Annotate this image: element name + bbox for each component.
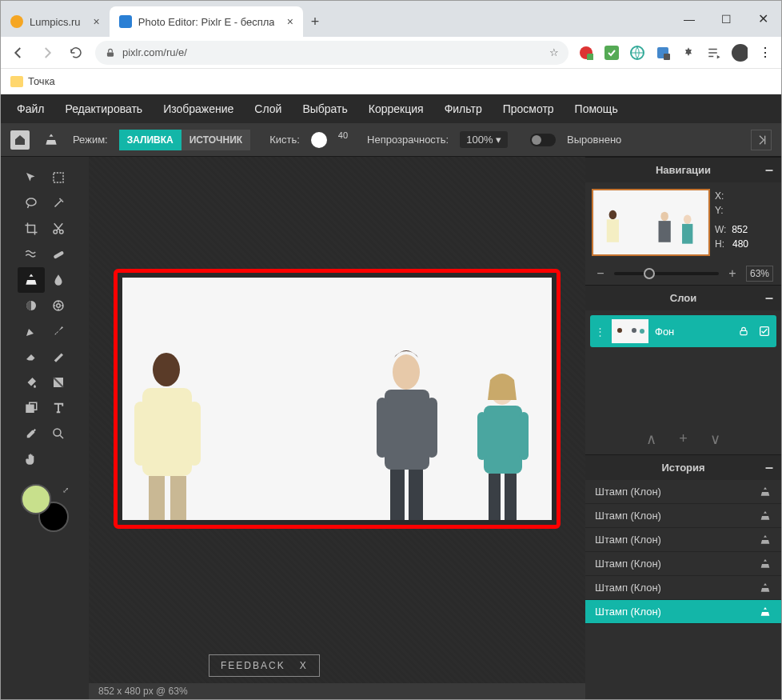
svg-rect-25 xyxy=(170,476,186,520)
svg-rect-0 xyxy=(107,52,114,56)
history-item[interactable]: Штамп (Клон) xyxy=(585,552,781,576)
folder-icon xyxy=(10,76,23,87)
tool-brush[interactable] xyxy=(45,318,72,344)
collapse-icon[interactable]: – xyxy=(765,162,773,178)
ext-icon[interactable] xyxy=(578,45,594,61)
zoom-in-button[interactable]: + xyxy=(725,266,740,281)
tool-dodge[interactable] xyxy=(18,293,45,318)
layer-down-button[interactable]: ∨ xyxy=(710,430,720,448)
lock-icon[interactable] xyxy=(736,324,751,338)
opacity-value[interactable]: 100% ▾ xyxy=(460,131,508,148)
bookmark[interactable]: Точка xyxy=(28,75,55,87)
tool-fill[interactable] xyxy=(18,370,45,395)
history-item-active[interactable]: Штамп (Клон) xyxy=(585,600,781,624)
menu-filter[interactable]: Фильтр xyxy=(445,102,482,115)
panel-history-header[interactable]: История – xyxy=(585,454,781,480)
window-minimize-button[interactable]: — xyxy=(671,1,708,37)
menu-select[interactable]: Выбрать xyxy=(302,102,347,115)
canvas[interactable] xyxy=(122,278,552,520)
tool-clone-stamp[interactable] xyxy=(18,267,45,293)
feedback-close[interactable]: X xyxy=(300,660,308,671)
tool-eyedropper[interactable] xyxy=(18,421,45,446)
brush-size[interactable]: 40 xyxy=(338,130,348,140)
new-tab-button[interactable]: + xyxy=(303,6,327,37)
nav-reload-button[interactable] xyxy=(66,43,86,62)
tool-pen[interactable] xyxy=(18,318,45,344)
ext-icon[interactable] xyxy=(604,45,620,61)
nav-forward-button[interactable] xyxy=(38,43,57,62)
menu-adjust[interactable]: Коррекция xyxy=(369,102,424,115)
history-item[interactable]: Штамп (Клон) xyxy=(585,480,781,504)
tool-heal[interactable] xyxy=(45,242,72,267)
tab-title: Lumpics.ru xyxy=(30,16,81,28)
tab-close-icon[interactable]: × xyxy=(287,15,293,28)
menu-edit[interactable]: Редактировать xyxy=(65,102,142,115)
panel-layers-header[interactable]: Слои – xyxy=(585,285,781,310)
menu-icon[interactable]: ⋮ xyxy=(757,45,773,61)
tool-sponge[interactable] xyxy=(45,293,72,318)
ext-icon[interactable] xyxy=(655,45,671,61)
feedback-button[interactable]: FEEDBACK X xyxy=(209,654,320,677)
zoom-slider[interactable] xyxy=(614,272,719,275)
tool-liquify[interactable] xyxy=(18,242,45,267)
tool-lasso[interactable] xyxy=(18,190,45,216)
nav-back-button[interactable] xyxy=(9,43,28,62)
collapse-icon[interactable]: – xyxy=(765,290,773,306)
tool-blur[interactable] xyxy=(45,267,72,293)
layer-handle-icon[interactable]: ⋮ xyxy=(595,326,605,338)
mode-fill-button[interactable]: ЗАЛИВКА xyxy=(119,130,182,150)
layer-row[interactable]: ⋮ Фон xyxy=(590,315,776,347)
color-picker[interactable]: ⤢ xyxy=(21,484,69,532)
tool-smudge[interactable] xyxy=(45,344,72,370)
history-item[interactable]: Штамп (Клон) xyxy=(585,504,781,528)
url-input[interactable]: pixlr.com/ru/e/ ☆ xyxy=(95,41,569,65)
brush-label: Кисть: xyxy=(269,134,300,146)
tool-move[interactable] xyxy=(18,165,45,190)
menu-layer[interactable]: Слой xyxy=(254,102,281,115)
home-button[interactable] xyxy=(10,130,30,150)
menu-view[interactable]: Просмотр xyxy=(503,102,554,115)
expand-panel-button[interactable] xyxy=(751,130,772,150)
navigator-thumbnail[interactable] xyxy=(592,189,710,256)
menu-image[interactable]: Изображение xyxy=(163,102,233,115)
stamp-icon xyxy=(759,510,772,522)
collapse-icon[interactable]: – xyxy=(765,459,773,476)
star-icon[interactable]: ☆ xyxy=(549,46,559,58)
tool-crop[interactable] xyxy=(18,216,45,242)
opacity-label: Непрозрачность: xyxy=(367,134,449,146)
tool-marquee[interactable] xyxy=(45,165,72,190)
visibility-icon[interactable] xyxy=(757,324,772,338)
zoom-out-button[interactable]: − xyxy=(593,266,608,281)
swap-colors-icon[interactable]: ⤢ xyxy=(62,486,69,494)
history-item[interactable]: Штамп (Клон) xyxy=(585,528,781,552)
brush-preview[interactable] xyxy=(311,132,327,148)
svg-rect-26 xyxy=(134,402,147,466)
tool-zoom[interactable] xyxy=(45,421,72,446)
tool-shape[interactable] xyxy=(18,395,45,421)
menu-file[interactable]: Файл xyxy=(17,102,44,115)
playlist-icon[interactable] xyxy=(706,45,722,61)
layer-add-button[interactable]: + xyxy=(679,430,688,448)
menu-help[interactable]: Помощь xyxy=(575,102,618,115)
tool-hand[interactable] xyxy=(18,446,45,472)
history-item[interactable]: Штамп (Клон) xyxy=(585,576,781,600)
mode-source-button[interactable]: ИСТОЧНИК xyxy=(182,130,250,150)
layer-up-button[interactable]: ∧ xyxy=(646,430,656,448)
tool-text[interactable] xyxy=(45,395,72,421)
extensions-icon[interactable] xyxy=(680,45,696,61)
tab-close-icon[interactable]: × xyxy=(94,15,100,28)
tool-eraser[interactable] xyxy=(18,344,45,370)
ext-icon[interactable] xyxy=(629,45,645,61)
window-close-button[interactable]: ✕ xyxy=(744,1,781,37)
foreground-color[interactable] xyxy=(21,484,51,514)
tool-wand[interactable] xyxy=(45,190,72,216)
tool-gradient[interactable] xyxy=(45,370,72,395)
zoom-value[interactable]: 63% xyxy=(746,266,773,282)
window-maximize-button[interactable]: ☐ xyxy=(708,1,744,37)
aligned-toggle[interactable] xyxy=(530,134,556,146)
panel-nav-header[interactable]: Навигации – xyxy=(585,157,781,182)
browser-tab[interactable]: Lumpics.ru × xyxy=(1,6,110,37)
browser-tab-active[interactable]: Photo Editor: Pixlr E - бесплатны × xyxy=(110,6,303,37)
tool-cut[interactable] xyxy=(45,216,72,242)
profile-avatar[interactable] xyxy=(732,45,748,61)
